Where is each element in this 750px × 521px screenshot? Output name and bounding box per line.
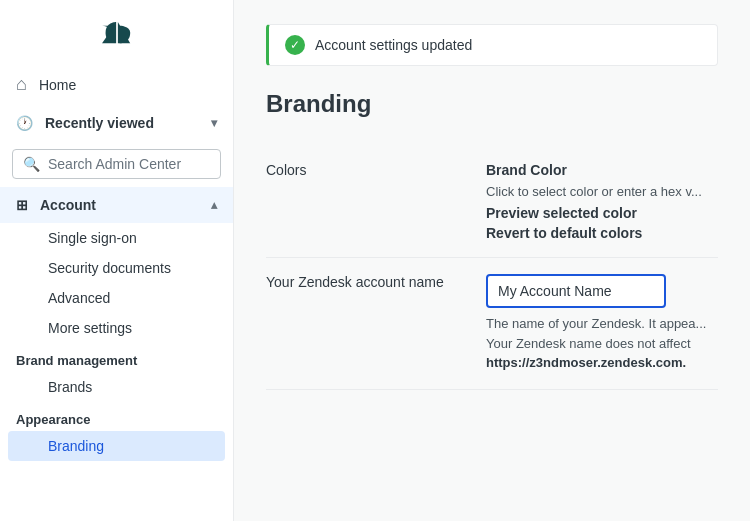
colors-label: Colors [266,162,446,241]
success-message: Account settings updated [315,37,472,53]
sidebar-item-more-settings[interactable]: More settings [0,313,233,343]
success-icon: ✓ [285,35,305,55]
recently-viewed-label: Recently viewed [45,115,154,131]
sidebar-item-brands[interactable]: Brands [0,372,233,402]
sidebar-recently-viewed[interactable]: 🕐 Recently viewed ▾ [0,105,233,141]
colors-field-row: Colors Brand Color Click to select color… [266,146,718,258]
account-name-value-col: The name of your Zendesk. It appea... Yo… [486,274,718,373]
main-content: ✓ Account settings updated Branding Colo… [234,0,750,521]
page-title: Branding [266,90,718,118]
revert-to-default-link[interactable]: Revert to default colors [486,225,718,241]
preview-selected-color[interactable]: Preview selected color [486,205,718,221]
clock-icon: 🕐 [16,115,33,131]
account-name-field-row: Your Zendesk account name The name of yo… [266,258,718,390]
brand-color-label: Brand Color [486,162,718,178]
logo [0,0,233,64]
zendesk-logo-icon [95,18,139,50]
sidebar-item-sso[interactable]: Single sign-on [0,223,233,253]
appearance-group-label: Appearance [0,402,233,431]
colors-value-col: Brand Color Click to select color or ent… [486,162,718,241]
account-label: Account [40,197,96,213]
sidebar-account-section[interactable]: ⊞ Account ▴ [0,187,233,223]
success-banner: ✓ Account settings updated [266,24,718,66]
sidebar-home-label: Home [39,77,76,93]
sidebar-item-home[interactable]: ⌂ Home [0,64,233,105]
brand-management-group-label: Brand management [0,343,233,372]
search-icon: 🔍 [23,156,40,172]
account-name-input[interactable] [486,274,666,308]
account-name-label: Your Zendesk account name [266,274,446,373]
chevron-up-icon: ▴ [211,198,217,212]
sidebar-item-advanced[interactable]: Advanced [0,283,233,313]
brand-color-hint: Click to select color or enter a hex v..… [486,184,718,199]
search-box[interactable]: 🔍 [12,149,221,179]
home-icon: ⌂ [16,74,27,95]
sidebar: ⌂ Home 🕐 Recently viewed ▾ 🔍 ⊞ Account ▴… [0,0,234,521]
chevron-down-icon: ▾ [211,116,217,130]
sidebar-item-branding[interactable]: Branding [8,431,225,461]
sidebar-item-security[interactable]: Security documents [0,253,233,283]
account-name-hint: The name of your Zendesk. It appea... Yo… [486,314,718,373]
account-icon: ⊞ [16,197,28,213]
search-input[interactable] [48,156,210,172]
